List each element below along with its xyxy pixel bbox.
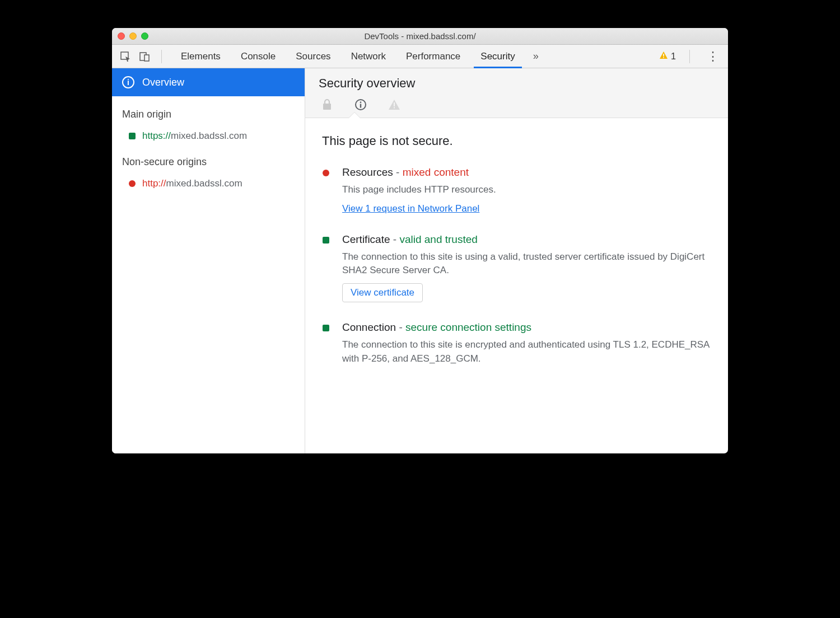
lock-icon [320, 99, 334, 111]
origin-host: mixed.badssl.com [171, 130, 247, 141]
tab-security[interactable]: Security [470, 45, 525, 68]
insecure-circle-icon [323, 170, 329, 176]
zoom-window-button[interactable] [141, 32, 148, 40]
sidebar-section-nonsecure-origins: Non-secure origins http://mixed.badssl.c… [112, 144, 305, 191]
panel-body: i Overview Main origin https://mixed.bad… [112, 68, 728, 453]
traffic-lights [118, 32, 148, 40]
security-sidebar: i Overview Main origin https://mixed.bad… [112, 68, 305, 453]
svg-rect-9 [394, 102, 395, 106]
origin-item[interactable]: https://mixed.badssl.com [122, 128, 295, 144]
device-toolbar-icon[interactable] [137, 49, 152, 64]
main-header: Security overview [305, 68, 728, 118]
security-block-certificate: Certificate - valid and trusted The conn… [322, 233, 711, 302]
block-description: The connection to this site is encrypted… [342, 338, 711, 366]
security-block-connection: Connection - secure connection settings … [322, 321, 711, 371]
origin-url: http://mixed.badssl.com [142, 178, 242, 189]
security-content: This page is not secure. Resources - mix… [305, 118, 728, 453]
sidebar-section-main-origin: Main origin https://mixed.badssl.com [112, 96, 305, 144]
main-title: Security overview [319, 76, 715, 91]
devtools-window: DevTools - mixed.badssl.com/ Elements Co… [112, 28, 728, 453]
titlebar: DevTools - mixed.badssl.com/ [112, 28, 728, 45]
minimize-window-button[interactable] [129, 32, 137, 40]
info-icon: i [122, 76, 134, 88]
toolbar-right: 1 ⋮ [659, 49, 722, 64]
overview-label: Overview [142, 77, 184, 88]
sidebar-overview[interactable]: i Overview [112, 68, 305, 96]
info-circle-icon [354, 99, 367, 111]
devtools-toolbar: Elements Console Sources Network Perform… [112, 45, 728, 68]
more-options-icon[interactable]: ⋮ [703, 49, 722, 64]
security-state-icons [319, 99, 715, 118]
svg-rect-8 [360, 102, 361, 103]
block-label: Certificate [342, 233, 390, 245]
tab-performance[interactable]: Performance [396, 45, 470, 68]
svg-rect-5 [323, 104, 331, 110]
origin-url: https://mixed.badssl.com [142, 130, 247, 142]
toolbar-separator [161, 50, 162, 63]
window-title: DevTools - mixed.badssl.com/ [112, 31, 728, 41]
svg-rect-3 [663, 54, 664, 57]
origin-scheme: https:// [142, 130, 171, 141]
block-title: Connection - secure connection settings [342, 321, 711, 334]
svg-rect-2 [144, 55, 149, 61]
tabs-overflow-button[interactable]: » [529, 50, 543, 62]
secure-square-icon [129, 133, 136, 139]
block-status: mixed content [403, 166, 469, 178]
origin-scheme: http:// [142, 178, 166, 189]
block-description: The connection to this site is using a v… [342, 250, 711, 278]
block-status: secure connection settings [405, 321, 531, 333]
block-marker [322, 233, 330, 302]
view-certificate-button[interactable]: View certificate [342, 283, 423, 302]
block-body: Certificate - valid and trusted The conn… [342, 233, 711, 302]
tab-console[interactable]: Console [231, 45, 286, 68]
insecure-circle-icon [129, 180, 136, 187]
panel-tabs: Elements Console Sources Network Perform… [171, 45, 543, 68]
svg-rect-4 [663, 57, 664, 58]
toolbar-separator [689, 50, 690, 63]
warning-icon [659, 51, 668, 62]
secure-square-icon [323, 237, 329, 244]
close-window-button[interactable] [118, 32, 125, 40]
block-marker [322, 321, 330, 371]
view-requests-link[interactable]: View 1 request in Network Panel [342, 203, 479, 214]
page-security-status: This page is not secure. [322, 134, 711, 148]
tab-sources[interactable]: Sources [286, 45, 340, 68]
tab-elements[interactable]: Elements [171, 45, 231, 68]
header-arrow-notch [349, 113, 360, 118]
block-title: Resources - mixed content [342, 166, 711, 179]
block-label: Resources [342, 166, 393, 178]
block-body: Connection - secure connection settings … [342, 321, 711, 371]
svg-rect-10 [394, 107, 395, 109]
block-label: Connection [342, 321, 396, 333]
section-heading: Non-secure origins [122, 156, 295, 168]
tab-network[interactable]: Network [341, 45, 396, 68]
security-main: Security overview This page is not secur… [305, 68, 728, 453]
origin-item[interactable]: http://mixed.badssl.com [122, 176, 295, 191]
warnings-badge[interactable]: 1 [659, 51, 676, 62]
secure-square-icon [323, 325, 329, 331]
warning-triangle-icon [388, 99, 401, 111]
inspect-element-icon[interactable] [118, 49, 133, 64]
block-body: Resources - mixed content This page incl… [342, 166, 711, 214]
warnings-count: 1 [671, 52, 676, 62]
security-block-resources: Resources - mixed content This page incl… [322, 166, 711, 214]
block-marker [322, 166, 330, 214]
block-description: This page includes HTTP resources. [342, 183, 711, 197]
block-status: valid and trusted [399, 233, 477, 245]
section-heading: Main origin [122, 109, 295, 120]
origin-host: mixed.badssl.com [166, 178, 242, 189]
svg-rect-7 [360, 104, 361, 108]
block-title: Certificate - valid and trusted [342, 233, 711, 246]
